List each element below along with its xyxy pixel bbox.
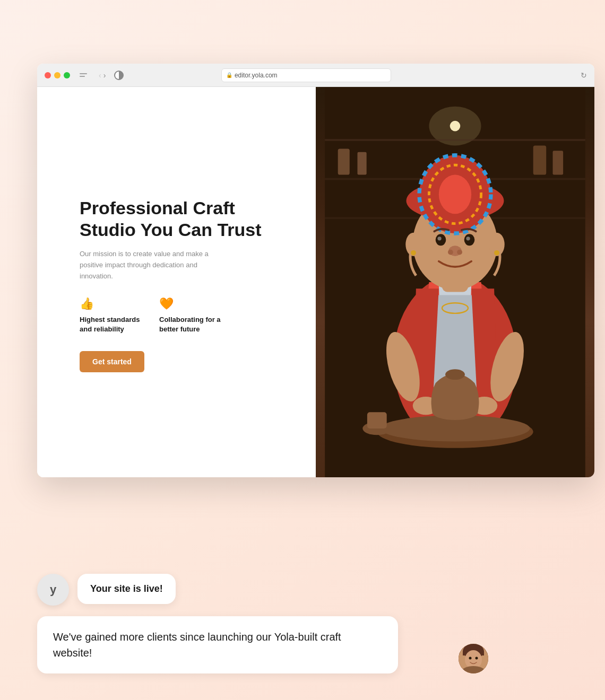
reload-icon[interactable]: ↻ xyxy=(581,71,587,80)
features-row: 👍 Highest standards and reliability 🧡 Co… xyxy=(80,297,289,334)
hero-image-panel xyxy=(316,87,594,477)
feature-label-1: Highest standards and reliability xyxy=(80,315,143,334)
svg-point-50 xyxy=(476,657,478,660)
lock-icon: 🔒 xyxy=(226,72,232,78)
forward-arrow-icon[interactable]: › xyxy=(103,72,106,79)
thumbs-up-icon: 👍 xyxy=(80,297,143,311)
svg-point-49 xyxy=(469,657,472,660)
feature-item-1: 👍 Highest standards and reliability xyxy=(80,297,143,334)
svg-rect-6 xyxy=(338,149,350,175)
feature-item-2: 🧡 Collaborating for a better future xyxy=(159,297,223,334)
minimize-button[interactable] xyxy=(54,72,60,78)
user-message-row: We've gained more clients since launchin… xyxy=(37,616,488,673)
get-started-button[interactable]: Get started xyxy=(80,351,144,372)
svg-point-34 xyxy=(457,250,462,255)
maximize-button[interactable] xyxy=(64,72,70,78)
svg-point-38 xyxy=(494,250,499,256)
website-content: Professional Craft Studio You Can Trust … xyxy=(37,87,594,477)
sidebar-toggle-icon[interactable] xyxy=(80,71,90,80)
svg-rect-8 xyxy=(533,145,547,174)
svg-point-30 xyxy=(437,237,441,240)
hero-left-panel: Professional Craft Studio You Can Trust … xyxy=(37,87,316,477)
svg-rect-7 xyxy=(358,152,367,175)
browser-toolbar: ‹ › 🔒 editor.yola.com ↻ xyxy=(37,64,594,87)
yola-chat-bubble: Your site is live! xyxy=(77,574,176,604)
yola-message-text: Your site is live! xyxy=(90,583,163,594)
svg-rect-3 xyxy=(325,139,585,141)
user-avatar-image xyxy=(459,644,488,673)
svg-point-42 xyxy=(445,369,465,380)
svg-point-27 xyxy=(439,175,471,214)
svg-point-37 xyxy=(411,250,416,256)
traffic-lights xyxy=(45,72,70,78)
user-chat-bubble: We've gained more clients since launchin… xyxy=(37,616,398,673)
feature-label-2: Collaborating for a better future xyxy=(159,315,223,334)
brightness-icon[interactable] xyxy=(114,71,124,80)
hero-title: Professional Craft Studio You Can Trust xyxy=(80,197,289,241)
heart-icon: 🧡 xyxy=(159,297,223,311)
close-button[interactable] xyxy=(45,72,51,78)
user-avatar xyxy=(459,644,488,673)
yola-avatar: y xyxy=(37,574,69,606)
svg-point-31 xyxy=(466,237,470,240)
svg-rect-44 xyxy=(367,412,387,428)
url-text: editor.yola.com xyxy=(235,72,278,79)
yola-message-row: y Your site is live! xyxy=(37,574,578,606)
address-bar[interactable]: 🔒 editor.yola.com xyxy=(221,68,391,82)
hero-subtitle: Our mission is to create value and make … xyxy=(80,249,228,282)
yola-avatar-label: y xyxy=(50,583,56,597)
chat-section: y Your site is live! We've gained more c… xyxy=(37,574,578,673)
user-message-text: We've gained more clients since launchin… xyxy=(53,631,341,659)
nav-arrows: ‹ › xyxy=(99,72,106,79)
back-arrow-icon[interactable]: ‹ xyxy=(99,72,101,79)
svg-rect-9 xyxy=(553,151,564,174)
browser-window: ‹ › 🔒 editor.yola.com ↻ Professional Cra… xyxy=(37,64,594,477)
svg-point-33 xyxy=(448,250,453,255)
hero-photo xyxy=(316,87,594,477)
